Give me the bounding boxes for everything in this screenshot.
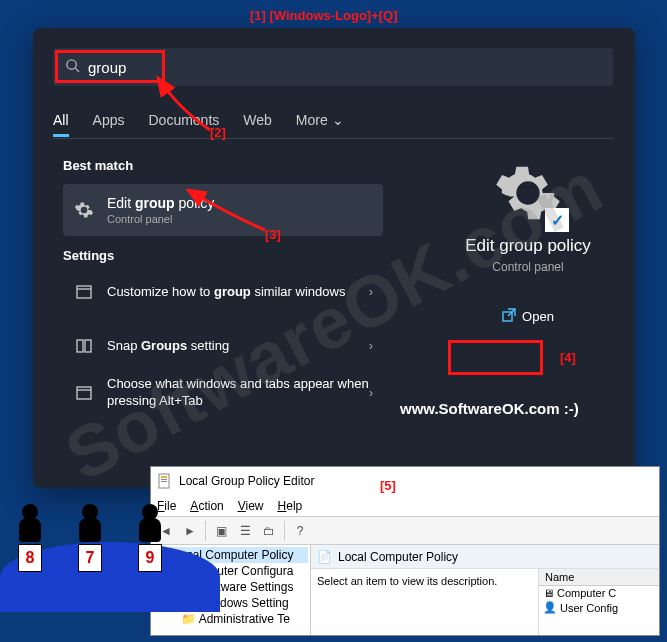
- detail-subtitle: Control panel: [423, 260, 633, 274]
- section-settings: Settings: [63, 248, 114, 263]
- list-item-computer[interactable]: 🖥 Computer C: [539, 586, 659, 600]
- chevron-right-icon: ›: [369, 386, 373, 400]
- content-description: Select an item to view its description.: [311, 569, 539, 635]
- content-header-icon: 📄: [317, 550, 332, 564]
- setting-alt-tab[interactable]: Choose what windows and tabs appear when…: [63, 370, 383, 416]
- gear-large-icon: [493, 158, 563, 228]
- windows-search-panel: group All Apps Documents Web More ⌄ Best…: [33, 28, 635, 488]
- toolbar-properties-button[interactable]: ☰: [234, 520, 256, 542]
- toolbar-up-button[interactable]: ▣: [210, 520, 232, 542]
- tree-admin-templates[interactable]: 📁 Administrative Te: [153, 611, 308, 627]
- watermark-url: www.SoftwareOK.com :-): [400, 400, 579, 417]
- open-label: Open: [522, 309, 554, 324]
- snap-icon: [73, 339, 95, 353]
- svg-rect-6: [77, 387, 91, 399]
- tab-apps[interactable]: Apps: [93, 106, 125, 137]
- menu-view[interactable]: View: [238, 499, 264, 513]
- column-name[interactable]: Name: [539, 569, 659, 586]
- chevron-right-icon: ›: [369, 285, 373, 299]
- content-list: Name 🖥 Computer C 👤 User Config: [539, 569, 659, 635]
- chevron-down-icon: ⌄: [332, 112, 344, 128]
- local-group-policy-editor-window: Local Group Policy Editor File Action Vi…: [150, 466, 660, 636]
- section-best-match: Best match: [63, 158, 133, 173]
- svg-rect-5: [85, 340, 91, 352]
- window-icon: [73, 285, 95, 299]
- highlight-box-open: [448, 340, 543, 375]
- lgpe-titlebar: Local Group Policy Editor: [151, 467, 659, 495]
- annotation-2: [2]: [210, 125, 226, 140]
- tab-more[interactable]: More ⌄: [296, 106, 344, 137]
- checkmark-badge-icon: [545, 208, 569, 232]
- tab-all[interactable]: All: [53, 106, 69, 137]
- mascot-figures: 8 7 9: [0, 482, 200, 612]
- toolbar-help-button[interactable]: ?: [289, 520, 311, 542]
- lgpe-toolbar: ◄ ► ▣ ☰ 🗀 ?: [151, 517, 659, 545]
- figure-8: 8: [10, 504, 50, 572]
- setting-snap-groups[interactable]: Snap Groups setting ›: [63, 332, 383, 361]
- svg-rect-2: [77, 286, 91, 298]
- highlight-box-search: [55, 50, 165, 83]
- figure-9: 9: [130, 504, 170, 572]
- setting-customize-group[interactable]: Customize how to group similar windows ›: [63, 278, 383, 307]
- annotation-1: [1] [Windows-Logo]+[Q]: [250, 8, 398, 23]
- annotation-4: [4]: [560, 350, 576, 365]
- figure-7: 7: [70, 504, 110, 572]
- list-item-user[interactable]: 👤 User Config: [539, 600, 659, 615]
- open-external-icon: [502, 308, 516, 325]
- result-detail-pane: Edit group policy Control panel Open: [423, 158, 633, 330]
- tab-web[interactable]: Web: [243, 106, 272, 137]
- svg-rect-11: [161, 479, 167, 480]
- annotation-3: [3]: [265, 227, 281, 242]
- window-icon: [73, 386, 95, 400]
- menu-help[interactable]: Help: [278, 499, 303, 513]
- lgpe-content: 📄 Local Computer Policy Select an item t…: [311, 545, 659, 635]
- gear-icon: [73, 199, 95, 221]
- annotation-5: [5]: [380, 478, 396, 493]
- svg-rect-4: [77, 340, 83, 352]
- content-header: 📄 Local Computer Policy: [311, 545, 659, 569]
- svg-rect-10: [161, 476, 167, 478]
- open-button[interactable]: Open: [486, 302, 571, 330]
- detail-title: Edit group policy: [423, 236, 633, 256]
- arrow-3: [180, 185, 270, 235]
- tabs-divider: [53, 138, 613, 139]
- toolbar-refresh-button[interactable]: 🗀: [258, 520, 280, 542]
- chevron-right-icon: ›: [369, 339, 373, 353]
- lgpe-menubar: File Action View Help: [151, 495, 659, 517]
